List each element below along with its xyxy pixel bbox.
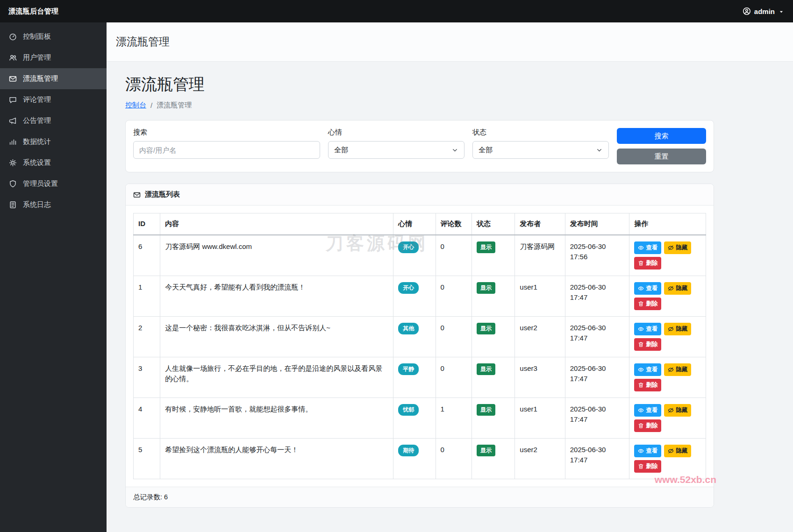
delete-button-label: 删除: [646, 462, 657, 470]
sidebar-item-label: 评论管理: [23, 95, 51, 104]
mood-badge: 忧郁: [398, 404, 419, 416]
navbar-brand[interactable]: 漂流瓶后台管理: [8, 7, 58, 16]
bar-chart-icon: [9, 138, 17, 146]
sidebar-item-label: 数据统计: [23, 137, 51, 146]
status-badge: 显示: [477, 241, 495, 253]
cell-id: 4: [134, 398, 160, 439]
sidebar-item[interactable]: 用户管理: [0, 47, 107, 68]
keyword-input[interactable]: [133, 141, 320, 159]
hide-button[interactable]: 隐藏: [664, 445, 691, 457]
cell-actions: 查看 隐藏 删除: [629, 276, 706, 317]
top-navbar: 漂流瓶后台管理 admin: [0, 0, 793, 22]
hide-button[interactable]: 隐藏: [664, 323, 691, 335]
gear-icon: [9, 159, 17, 167]
view-button[interactable]: 查看: [634, 445, 661, 457]
view-button-label: 查看: [646, 244, 657, 252]
delete-button-label: 删除: [646, 300, 657, 308]
delete-button[interactable]: 删除: [634, 298, 661, 310]
publish-clock: 17:47: [570, 414, 625, 425]
cell-status: 显示: [472, 357, 514, 398]
sidebar-item[interactable]: 控制面板: [0, 26, 107, 47]
publish-clock: 17:47: [570, 292, 625, 303]
person-circle-icon: [743, 7, 751, 15]
mood-badge: 其他: [398, 323, 419, 334]
view-button[interactable]: 查看: [634, 241, 661, 254]
sidebar-item[interactable]: 系统日志: [0, 194, 107, 215]
cell-mood: 开心: [393, 235, 436, 276]
user-menu[interactable]: admin: [743, 7, 785, 15]
col-publish-time: 发布时间: [565, 213, 629, 235]
sidebar-item[interactable]: 公告管理: [0, 110, 107, 131]
view-button[interactable]: 查看: [634, 323, 661, 335]
status-select[interactable]: 全部: [472, 141, 609, 159]
cell-actions: 查看 隐藏 删除: [629, 357, 706, 398]
eye-slash-icon: [668, 407, 674, 413]
view-button[interactable]: 查看: [634, 363, 661, 376]
reset-button[interactable]: 重置: [617, 149, 706, 164]
hide-button[interactable]: 隐藏: [664, 241, 691, 254]
eye-icon: [638, 326, 644, 332]
table-row: 2 这是一个秘密：我很喜欢吃冰淇淋，但从不告诉别人~ 其他 0 显示 user2: [134, 317, 706, 357]
mood-badge: 平静: [398, 363, 419, 375]
cell-content: 希望捡到这个漂流瓶的人能够开心每一天！: [160, 439, 393, 479]
sidebar-item[interactable]: 数据统计: [0, 131, 107, 152]
view-button-label: 查看: [646, 447, 657, 455]
delete-button-label: 删除: [646, 259, 657, 267]
mood-group: 心情 全部: [328, 128, 464, 164]
eye-slash-icon: [668, 367, 674, 373]
breadcrumb-home-link[interactable]: 控制台: [125, 101, 146, 110]
hide-button-label: 隐藏: [676, 366, 687, 374]
sidebar-item[interactable]: 系统设置: [0, 152, 107, 173]
mood-select-value: 全部: [334, 146, 348, 155]
chevron-down-icon: [451, 147, 458, 154]
cell-content: 刀客源码网 www.dkewl.com: [160, 235, 393, 276]
hide-button[interactable]: 隐藏: [664, 282, 691, 295]
mood-select[interactable]: 全部: [328, 141, 464, 159]
shield-icon: [9, 180, 17, 188]
sidebar-item-label: 漂流瓶管理: [23, 74, 58, 83]
sidebar: 控制面板 用户管理 漂流瓶管理 评论管理 公告管理 数据统计 系统设置: [0, 22, 107, 532]
cell-actions: 查看 隐藏 删除: [629, 317, 706, 357]
cell-id: 1: [134, 276, 160, 317]
search-panel: 搜索 心情 全部 状态 全部 搜索 重置: [125, 120, 714, 172]
breadcrumb: 控制台 / 漂流瓶管理: [125, 101, 774, 110]
chat-icon: [9, 96, 17, 104]
cell-publisher: user3: [515, 357, 565, 398]
cell-publish-time: 2025-06-30 17:47: [565, 317, 629, 357]
sidebar-item[interactable]: 评论管理: [0, 89, 107, 110]
cell-actions: 查看 隐藏 删除: [629, 235, 706, 276]
view-button[interactable]: 查看: [634, 404, 661, 417]
megaphone-icon: [9, 117, 17, 125]
view-button[interactable]: 查看: [634, 282, 661, 295]
sidebar-item[interactable]: 漂流瓶管理: [0, 68, 107, 89]
hide-button-label: 隐藏: [676, 447, 687, 455]
mood-badge: 开心: [398, 282, 419, 294]
speedometer-icon: [9, 33, 17, 41]
cell-comments: 1: [436, 398, 472, 439]
search-button[interactable]: 搜索: [617, 128, 706, 144]
cell-publish-time: 2025-06-30 17:56: [565, 235, 629, 276]
sidebar-item[interactable]: 管理员设置: [0, 173, 107, 194]
eye-slash-icon: [668, 448, 674, 454]
delete-button[interactable]: 删除: [634, 419, 661, 432]
hide-button[interactable]: 隐藏: [664, 363, 691, 376]
cell-publish-time: 2025-06-30 17:47: [565, 276, 629, 317]
col-publisher: 发布者: [515, 213, 565, 235]
action-buttons: 查看 隐藏 删除: [634, 282, 701, 310]
cell-mood: 忧郁: [393, 398, 436, 439]
eye-icon: [638, 448, 644, 454]
delete-button[interactable]: 删除: [634, 379, 661, 391]
hide-button[interactable]: 隐藏: [664, 404, 691, 417]
cell-status: 显示: [472, 317, 514, 357]
user-name: admin: [754, 7, 775, 15]
delete-button[interactable]: 删除: [634, 257, 661, 270]
action-buttons: 查看 隐藏 删除: [634, 404, 701, 432]
publish-clock: 17:47: [570, 333, 625, 343]
chevron-down-icon: [596, 147, 603, 154]
delete-button[interactable]: 删除: [634, 460, 661, 473]
view-button-label: 查看: [646, 406, 657, 414]
table-wrapper: ID 内容 心情 评论数 状态 发布者 发布时间 操作: [126, 206, 714, 487]
panel-title: 漂流瓶列表: [145, 190, 180, 199]
delete-button[interactable]: 删除: [634, 338, 661, 351]
action-buttons: 查看 隐藏 删除: [634, 241, 701, 270]
